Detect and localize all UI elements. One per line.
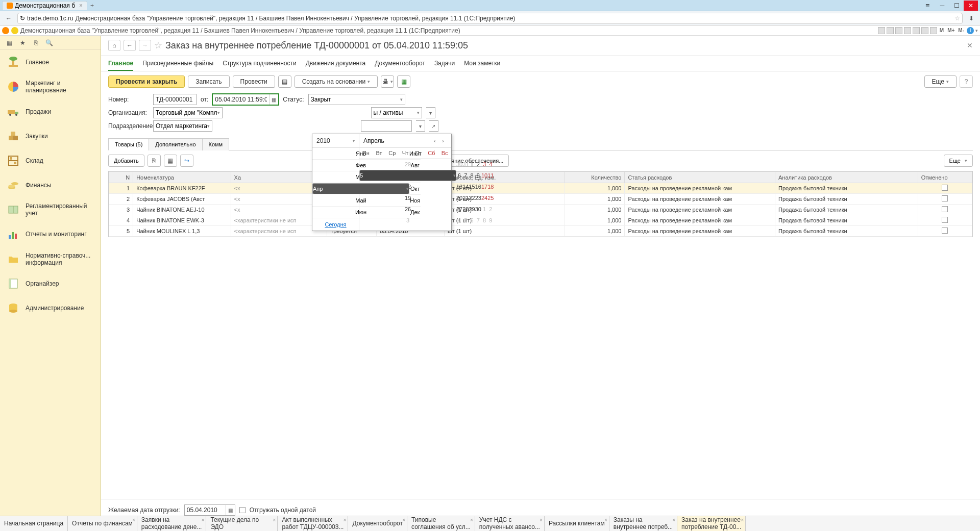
bottom-tab[interactable]: Начальная страница [0, 516, 68, 521]
calendar-month-cell[interactable]: Апр [312, 183, 409, 194]
calendar-day-cell[interactable]: 13 [456, 181, 462, 192]
calendar-day-cell[interactable]: 4 [456, 215, 462, 226]
date-input[interactable] [213, 94, 269, 105]
calendar-day-cell[interactable]: 1 [469, 159, 475, 170]
tab-main[interactable]: Главное [108, 58, 133, 71]
table-row[interactable]: 4 Чайник BINATONE EWK-3 <характеристики … [109, 215, 972, 226]
tab-workflow[interactable]: Документооборот [375, 58, 425, 71]
calendar-day-cell[interactable]: 5 [462, 215, 469, 226]
calendar-day-cell[interactable]: 2 [487, 204, 494, 215]
post-button[interactable]: Провести [233, 75, 275, 88]
bottom-tab[interactable]: ×Заявки нарасходование дене... [137, 516, 207, 521]
canceled-checkbox[interactable] [942, 195, 948, 201]
tool-icon[interactable] [895, 27, 902, 34]
calendar-open-icon[interactable]: ▦ [269, 94, 278, 105]
tool-icon[interactable] [887, 27, 894, 34]
calendar-today-link[interactable]: Сегодня [312, 218, 359, 231]
table-row[interactable]: 3 Чайник BINATONE AEJ-10 <х шт (1 шт) 1,… [109, 205, 972, 215]
sidebar-item-reference[interactable]: Нормативно-справоч... информация [0, 247, 101, 272]
download-icon[interactable]: ⬇ [966, 13, 977, 24]
tab-close-icon[interactable]: × [672, 517, 675, 521]
sidebar-item-purchases[interactable]: Закупки [0, 124, 101, 148]
bottom-tab[interactable]: ×Учет НДС сполученных авансо... [475, 516, 545, 521]
write-button[interactable]: Записать [188, 75, 229, 88]
calendar-day-cell[interactable]: 6 [456, 170, 462, 181]
canceled-checkbox[interactable] [942, 227, 948, 234]
tab-close-icon[interactable]: × [470, 517, 473, 521]
sidebar-item-marketing[interactable]: Маркетинг и планирование [0, 74, 101, 99]
home-button[interactable]: ⌂ [108, 40, 120, 51]
url-field[interactable]: ↻ trade.demo.1c.ru Демонстрационная база… [17, 13, 963, 24]
memory-mplus-button[interactable]: M+ [946, 28, 955, 33]
favorites-star-icon[interactable]: ★ [18, 39, 27, 47]
bottom-tab[interactable]: ×Документооборот [348, 516, 407, 521]
calendar-day-cell[interactable]: 10 [481, 170, 487, 181]
bookmark-star-icon[interactable]: ☆ [954, 15, 960, 22]
copy-row-icon[interactable]: ⎘ [148, 155, 161, 167]
sidebar-item-warehouse[interactable]: Склад [0, 148, 101, 173]
calendar-day-cell[interactable]: 15 [469, 181, 475, 192]
calendar-day-cell[interactable]: 30 [456, 159, 462, 170]
tab-close-icon[interactable]: × [540, 517, 543, 521]
calendar-day-cell[interactable]: 8 [481, 215, 487, 226]
sidebar-item-admin[interactable]: Администрирование [0, 296, 101, 320]
nav-back-button[interactable]: ← [124, 40, 136, 51]
calendar-day-cell[interactable]: 14 [462, 181, 469, 192]
tab-close-icon[interactable]: × [402, 517, 405, 521]
sub-tab-goods[interactable]: Товары (5) [108, 138, 149, 150]
fill-icon[interactable]: ▦ [164, 155, 177, 167]
help-button[interactable]: ? [960, 75, 973, 88]
ship-calendar-icon[interactable]: ▦ [226, 505, 235, 515]
tool-icon[interactable] [921, 27, 928, 34]
window-close-button[interactable]: ✕ [964, 1, 978, 11]
calendar-day-cell[interactable]: 21 [462, 192, 469, 204]
calendar-day-cell[interactable]: 29 [469, 204, 475, 215]
col-expense[interactable]: Статья расходов [625, 172, 775, 183]
table-row[interactable]: 5 Чайник MOULINEX L 1,3 <характеристики … [109, 226, 972, 237]
subdiv-select[interactable]: Отдел маркетинга [153, 120, 212, 132]
col-analytics[interactable]: Аналитика расходов [775, 172, 918, 183]
extra-open-icon[interactable]: ↗ [429, 120, 438, 132]
tab-files[interactable]: Присоединенные файлы [142, 58, 213, 71]
col-nomenclature[interactable]: Номенклатура [133, 172, 231, 183]
bottom-tab[interactable]: ×Типовыесоглашения об усл... [407, 516, 475, 521]
maximize-button[interactable]: ☐ [949, 1, 964, 11]
list-icon-button[interactable]: ▤ [278, 75, 291, 88]
canceled-checkbox[interactable] [942, 185, 948, 191]
tab-close-icon[interactable]: × [273, 517, 276, 521]
col-qty[interactable]: Количество [565, 172, 625, 183]
table-row[interactable]: 1 Кофеварка BRAUN KF22F <х шт (1 шт) 1,0… [109, 183, 972, 194]
table-row[interactable]: 2 Кофеварка JACOBS (Авст <х шт (1 шт) 1,… [109, 194, 972, 205]
sub-tab-extra[interactable]: Дополнительно [149, 138, 202, 150]
sidebar-item-sales[interactable]: Продажи [0, 99, 101, 124]
calendar-day-cell[interactable]: 17 [481, 181, 487, 192]
tab-tasks[interactable]: Задачи [434, 58, 455, 71]
print-button[interactable]: 🖶 [381, 75, 394, 88]
more-button[interactable]: Еще [924, 75, 957, 88]
calendar-next-icon[interactable]: › [439, 138, 447, 144]
sidebar-item-main[interactable]: Главное [0, 50, 101, 74]
favorite-star-icon[interactable]: ☆ [154, 40, 162, 51]
tab-notes[interactable]: Мои заметки [464, 58, 500, 71]
sidebar-item-reports[interactable]: Отчеты и мониторинг [0, 222, 101, 247]
calendar-day-cell[interactable]: 3 [359, 215, 456, 226]
bottom-tab[interactable]: ×Заказы навнутреннее потреб... [609, 516, 677, 521]
calendar-day-cell[interactable]: 22 [469, 192, 475, 204]
calendar-day-cell[interactable]: 29 [359, 159, 456, 170]
calendar-day-cell[interactable]: 16 [475, 181, 481, 192]
assets-open-icon[interactable]: ▾ [426, 107, 435, 118]
assets-select[interactable]: ы / активы [371, 107, 422, 118]
calendar-day-cell[interactable]: 1 [481, 204, 487, 215]
canceled-checkbox[interactable] [942, 217, 948, 223]
add-row-button[interactable]: Добавить [108, 155, 144, 167]
calendar-day-cell[interactable]: 4 [487, 159, 494, 170]
nav-forward-button[interactable]: → [139, 40, 151, 51]
tab-close-icon[interactable]: × [202, 517, 205, 521]
calendar-day-cell[interactable]: 5 [359, 170, 456, 181]
tab-structure[interactable]: Структура подчиненности [223, 58, 297, 71]
minimize-button[interactable]: ─ [935, 1, 949, 11]
tab-close-icon[interactable]: × [604, 517, 607, 521]
tool-icon[interactable] [904, 27, 911, 34]
apps-grid-icon[interactable]: ▦ [5, 39, 13, 47]
extra-select[interactable] [361, 120, 412, 132]
